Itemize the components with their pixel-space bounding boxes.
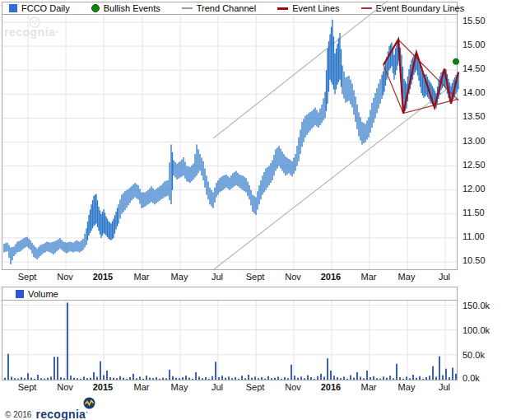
volume-bar [73,378,75,380]
volume-bar [172,376,174,380]
volume-bar [267,376,269,380]
volume-bar [343,376,345,380]
legend-label: Trend Channel [197,3,256,13]
volume-bar [353,378,355,380]
volume-bar [77,378,78,380]
volume-x-axis: SeptNov2015MarMayJulSeptNov2016MarMayJul [2,381,458,394]
volume-bar [152,378,154,380]
volume-axis-label: 50.0k [463,350,485,361]
volume-bar [103,376,105,380]
event-lines-swatch-icon [277,7,288,10]
volume-bar [132,374,134,380]
volume-bar [126,379,128,380]
volume-bar [83,376,85,380]
volume-bar [294,376,295,380]
volume-bar [449,377,450,380]
volume-bar [228,376,230,380]
x-axis-label: Sept [11,382,44,392]
volume-bar [445,369,447,380]
volume-bar [182,377,184,380]
volume-bar [261,377,263,380]
volume-axis-label: 150.0k [463,301,490,311]
x-axis-label: Jul [201,272,234,282]
volume-bar [402,379,404,380]
volume-bar [238,379,239,380]
volume-bar [100,362,101,380]
volume-bar [320,374,322,380]
x-axis-label: 2016 [314,382,347,392]
x-axis-label: May [390,382,423,392]
volume-bar [389,376,391,380]
volume-bar [60,377,62,380]
volume-bar [435,376,437,380]
legend-item-event-boundary-lines: Event Boundary Lines [361,3,465,13]
price-axis-label: 11.00 [463,231,485,242]
x-axis-label: Mar [352,272,385,282]
volume-y-axis: 150.0k100.0k50.0k0.0k [463,300,512,382]
x-axis-label: May [390,272,423,282]
legend-item-event-lines: Event Lines [277,3,339,13]
volume-bar [185,376,187,380]
volume-bar [416,378,417,380]
volume-bar [356,372,358,380]
main-legend: FCCO Daily Bullish Events Trend Channel … [2,2,458,15]
volume-bar [139,376,141,380]
x-axis-label: Jul [428,272,461,282]
volume-bar [412,375,414,380]
volume-bar [360,376,361,380]
recognia-wordmark: recognia [35,408,86,420]
x-axis-label: Nov [49,272,81,282]
volume-bar [235,377,236,380]
volume-bar [251,378,253,380]
volume-bar [11,376,12,380]
volume-bar [442,376,444,380]
volume-bar [47,378,49,380]
volume-bar [396,364,397,380]
volume-bar [218,377,220,380]
volume-bar [67,303,68,380]
volume-bar [30,378,32,380]
volume-bar [202,378,203,380]
copyright-text: © 2016 [5,410,31,420]
volume-bar [366,371,368,380]
volume-chart-pane [2,300,458,380]
legend-label: Event Lines [292,3,339,13]
volume-bar [284,377,286,380]
volume-bar [162,378,164,380]
volume-bar [330,371,332,380]
x-axis-label: Sept [239,272,272,282]
x-axis-label: 2016 [314,272,347,282]
recognia-trademark: · [86,408,88,417]
price-chart-pane [2,14,458,270]
price-axis-label: 12.50 [463,160,486,170]
volume-bar [225,378,226,380]
price-axis-label: 15.00 [463,40,486,50]
volume-bar [50,376,52,380]
volume-bar [317,376,318,380]
price-x-axis: SeptNov2015MarMayJulSeptNov2016MarMayJul [2,271,458,283]
volume-bar [63,378,65,380]
legend-label: FCCO Daily [21,3,70,13]
price-axis-label: 14.00 [463,87,486,98]
price-axis-label: 15.50 [463,16,486,26]
volume-bar [350,376,351,380]
price-chart-plot [2,15,457,269]
volume-bar [44,379,45,380]
volume-bar [21,377,22,380]
price-series-swatch-icon [9,4,17,12]
volume-bar [116,378,118,380]
volume-bar [212,376,213,380]
volume-bar [165,378,167,380]
volume-bar [425,377,427,380]
volume-axis-label: 0.0k [463,373,480,384]
volume-bar [340,378,342,380]
volume-bar [24,378,26,380]
recognia-brand: recognia· [35,404,88,420]
volume-bar [4,378,6,380]
volume-bar [17,379,19,380]
recognia-logo-icon [83,397,95,409]
volume-bar [90,378,91,380]
volume-bar [40,378,42,380]
volume-axis-label: 100.0k [463,325,490,336]
volume-bar [175,378,177,380]
